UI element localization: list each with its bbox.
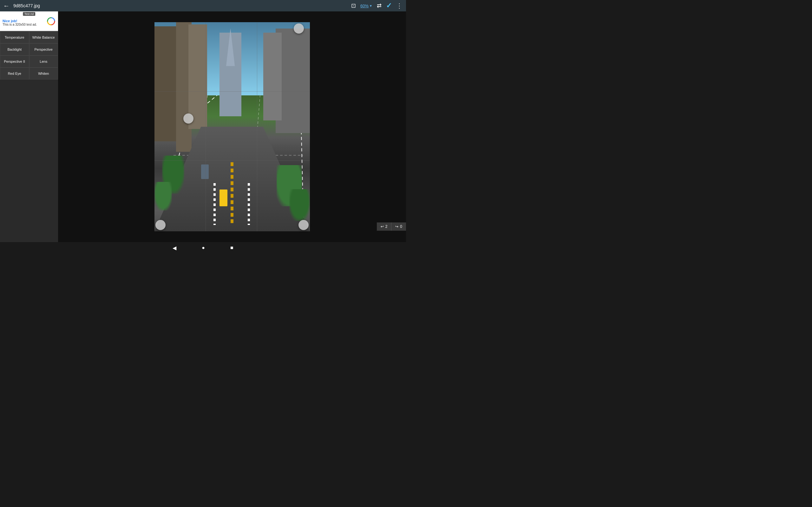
redo-count: 0	[400, 224, 402, 229]
tool-lens[interactable]: Lens	[29, 55, 58, 67]
ad-banner: Test Ad Nice job! This is a 320x50 test …	[0, 11, 58, 31]
canvas-area[interactable]: ↩ 2 ↪ 0	[58, 11, 406, 242]
ad-label: Test Ad	[23, 12, 36, 16]
zoom-dropdown-icon: ▼	[369, 4, 372, 8]
fullscreen-icon[interactable]: ⊡	[351, 2, 356, 9]
tool-perspective[interactable]: Perspective	[29, 43, 58, 55]
nav-back-icon[interactable]: ◀	[172, 245, 176, 251]
handle-bottom-left[interactable]	[155, 220, 165, 230]
redo-icon: ↪	[395, 224, 398, 229]
confirm-button[interactable]: ✓	[386, 2, 392, 10]
tool-grid: Temperature White Balance Backlight Pers…	[0, 31, 58, 79]
undo-button[interactable]: ↩ 2	[377, 222, 392, 231]
ad-logo-icon	[47, 17, 55, 26]
tool-red-eye[interactable]: Red Eye	[0, 67, 29, 79]
ad-nicejob: Nice job!	[3, 19, 45, 23]
left-panel: Test Ad Nice job! This is a 320x50 test …	[0, 11, 58, 242]
handle-mid-left[interactable]	[183, 113, 194, 124]
tool-temperature[interactable]: Temperature	[0, 32, 29, 43]
header: ← 9d85c477.jpg ⊡ 60% ▼ ⇄ ✓ ⋮	[0, 0, 406, 11]
swap-icon[interactable]: ⇄	[377, 2, 382, 9]
filename-label: 9d85c477.jpg	[13, 3, 351, 8]
back-button[interactable]: ←	[3, 2, 9, 9]
ad-text: Nice job! This is a 320x50 test ad.	[3, 16, 45, 26]
undo-count: 2	[386, 224, 388, 229]
header-actions: ⊡ 60% ▼ ⇄ ✓ ⋮	[351, 2, 403, 10]
tool-whiten[interactable]: Whiten	[29, 67, 58, 79]
tool-perspective-ii[interactable]: Perspective II	[0, 55, 29, 67]
ad-description: This is a 320x50 test ad.	[3, 23, 45, 26]
redo-button[interactable]: ↪ 0	[392, 222, 406, 231]
nav-bar: ◀ ● ■	[0, 242, 406, 253]
zoom-value: 60%	[360, 3, 368, 8]
tool-white-balance[interactable]: White Balance	[29, 32, 58, 43]
city-photo	[154, 22, 310, 231]
image-container	[154, 22, 310, 231]
tool-backlight[interactable]: Backlight	[0, 43, 29, 55]
main-area: Test Ad Nice job! This is a 320x50 test …	[0, 11, 406, 242]
nav-recents-icon[interactable]: ■	[230, 245, 234, 250]
undo-redo-panel: ↩ 2 ↪ 0	[377, 222, 406, 231]
handle-bottom-right[interactable]	[299, 220, 309, 230]
handle-top-right[interactable]	[294, 23, 304, 34]
more-options-icon[interactable]: ⋮	[396, 2, 403, 9]
nav-home-icon[interactable]: ●	[202, 245, 205, 250]
zoom-control[interactable]: 60% ▼	[360, 3, 372, 8]
undo-icon: ↩	[380, 224, 384, 229]
